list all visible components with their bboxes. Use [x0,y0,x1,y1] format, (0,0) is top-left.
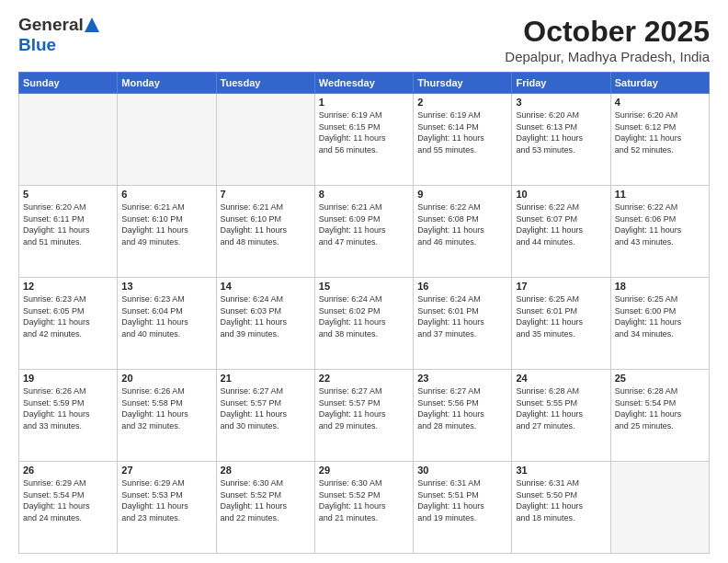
day-info: Sunrise: 6:25 AM Sunset: 6:00 PM Dayligh… [615,293,705,339]
calendar-table: Sunday Monday Tuesday Wednesday Thursday… [18,72,710,554]
calendar-cell: 27Sunrise: 6:29 AM Sunset: 5:53 PM Dayli… [118,462,216,554]
day-number: 25 [615,373,705,384]
day-info: Sunrise: 6:24 AM Sunset: 6:03 PM Dayligh… [221,293,311,339]
day-info: Sunrise: 6:22 AM Sunset: 6:07 PM Dayligh… [516,201,606,247]
col-friday: Friday [512,73,610,94]
calendar-cell: 28Sunrise: 6:30 AM Sunset: 5:52 PM Dayli… [216,462,314,554]
day-info: Sunrise: 6:31 AM Sunset: 5:50 PM Dayligh… [516,477,606,523]
calendar-cell: 12Sunrise: 6:23 AM Sunset: 6:05 PM Dayli… [19,278,118,370]
col-monday: Monday [118,73,216,94]
day-number: 10 [516,189,606,200]
calendar-cell: 16Sunrise: 6:24 AM Sunset: 6:01 PM Dayli… [414,278,512,370]
calendar-cell: 23Sunrise: 6:27 AM Sunset: 5:56 PM Dayli… [414,370,512,462]
day-number: 19 [23,373,113,384]
logo: General Blue [18,15,99,55]
day-number: 7 [221,189,311,200]
day-number: 8 [319,189,409,200]
calendar-cell: 26Sunrise: 6:29 AM Sunset: 5:54 PM Dayli… [19,462,118,554]
calendar-cell [19,94,118,186]
day-number: 20 [121,373,211,384]
day-info: Sunrise: 6:29 AM Sunset: 5:54 PM Dayligh… [23,477,113,523]
page-subtitle: Depalpur, Madhya Pradesh, India [505,49,710,64]
calendar-cell: 5Sunrise: 6:20 AM Sunset: 6:11 PM Daylig… [19,186,118,278]
col-saturday: Saturday [610,73,709,94]
day-info: Sunrise: 6:22 AM Sunset: 6:08 PM Dayligh… [417,201,507,247]
logo-general-text: General [18,15,84,35]
calendar-cell: 24Sunrise: 6:28 AM Sunset: 5:55 PM Dayli… [512,370,610,462]
col-sunday: Sunday [19,73,118,94]
svg-marker-0 [85,17,99,32]
day-number: 23 [417,373,507,384]
day-info: Sunrise: 6:20 AM Sunset: 6:11 PM Dayligh… [23,201,113,247]
day-number: 3 [516,97,606,108]
calendar-cell: 9Sunrise: 6:22 AM Sunset: 6:08 PM Daylig… [414,186,512,278]
day-number: 28 [221,465,311,476]
day-info: Sunrise: 6:19 AM Sunset: 6:14 PM Dayligh… [417,109,507,155]
day-info: Sunrise: 6:21 AM Sunset: 6:10 PM Dayligh… [121,201,211,247]
day-info: Sunrise: 6:21 AM Sunset: 6:10 PM Dayligh… [221,201,311,247]
calendar-week-4: 19Sunrise: 6:26 AM Sunset: 5:59 PM Dayli… [19,370,710,462]
day-number: 16 [417,281,507,292]
day-number: 30 [417,465,507,476]
day-info: Sunrise: 6:24 AM Sunset: 6:02 PM Dayligh… [319,293,409,339]
day-info: Sunrise: 6:27 AM Sunset: 5:57 PM Dayligh… [221,385,311,431]
calendar-cell [118,94,216,186]
calendar-cell: 6Sunrise: 6:21 AM Sunset: 6:10 PM Daylig… [118,186,216,278]
calendar-cell: 8Sunrise: 6:21 AM Sunset: 6:09 PM Daylig… [314,186,413,278]
calendar-cell: 3Sunrise: 6:20 AM Sunset: 6:13 PM Daylig… [512,94,610,186]
calendar-cell: 7Sunrise: 6:21 AM Sunset: 6:10 PM Daylig… [216,186,314,278]
day-number: 9 [417,189,507,200]
day-info: Sunrise: 6:27 AM Sunset: 5:57 PM Dayligh… [319,385,409,431]
calendar-cell: 21Sunrise: 6:27 AM Sunset: 5:57 PM Dayli… [216,370,314,462]
calendar-cell [216,94,314,186]
day-info: Sunrise: 6:28 AM Sunset: 5:54 PM Dayligh… [615,385,705,431]
calendar-cell: 31Sunrise: 6:31 AM Sunset: 5:50 PM Dayli… [512,462,610,554]
day-info: Sunrise: 6:19 AM Sunset: 6:15 PM Dayligh… [319,109,409,155]
day-info: Sunrise: 6:23 AM Sunset: 6:04 PM Dayligh… [121,293,211,339]
calendar-week-2: 5Sunrise: 6:20 AM Sunset: 6:11 PM Daylig… [19,186,710,278]
calendar-cell: 25Sunrise: 6:28 AM Sunset: 5:54 PM Dayli… [610,370,709,462]
calendar-cell: 18Sunrise: 6:25 AM Sunset: 6:00 PM Dayli… [610,278,709,370]
day-info: Sunrise: 6:25 AM Sunset: 6:01 PM Dayligh… [516,293,606,339]
day-info: Sunrise: 6:24 AM Sunset: 6:01 PM Dayligh… [417,293,507,339]
calendar-cell: 19Sunrise: 6:26 AM Sunset: 5:59 PM Dayli… [19,370,118,462]
day-number: 14 [221,281,311,292]
day-number: 22 [319,373,409,384]
calendar-cell: 2Sunrise: 6:19 AM Sunset: 6:14 PM Daylig… [414,94,512,186]
calendar-cell: 4Sunrise: 6:20 AM Sunset: 6:12 PM Daylig… [610,94,709,186]
calendar-cell: 29Sunrise: 6:30 AM Sunset: 5:52 PM Dayli… [314,462,413,554]
day-info: Sunrise: 6:21 AM Sunset: 6:09 PM Dayligh… [319,201,409,247]
day-number: 2 [417,97,507,108]
calendar-cell: 15Sunrise: 6:24 AM Sunset: 6:02 PM Dayli… [314,278,413,370]
header: General Blue October 2025 Depalpur, Madh… [18,15,710,64]
calendar-cell: 11Sunrise: 6:22 AM Sunset: 6:06 PM Dayli… [610,186,709,278]
calendar-cell [610,462,709,554]
title-block: October 2025 Depalpur, Madhya Pradesh, I… [505,15,710,64]
col-tuesday: Tuesday [216,73,314,94]
day-number: 12 [23,281,113,292]
page: General Blue October 2025 Depalpur, Madh… [0,0,728,563]
day-info: Sunrise: 6:30 AM Sunset: 5:52 PM Dayligh… [319,477,409,523]
calendar-cell: 14Sunrise: 6:24 AM Sunset: 6:03 PM Dayli… [216,278,314,370]
day-number: 4 [615,97,705,108]
page-title: October 2025 [505,15,710,49]
day-number: 5 [23,189,113,200]
col-wednesday: Wednesday [314,73,413,94]
day-number: 15 [319,281,409,292]
day-number: 6 [121,189,211,200]
day-info: Sunrise: 6:31 AM Sunset: 5:51 PM Dayligh… [417,477,507,523]
day-number: 11 [615,189,705,200]
calendar-cell: 10Sunrise: 6:22 AM Sunset: 6:07 PM Dayli… [512,186,610,278]
day-info: Sunrise: 6:20 AM Sunset: 6:13 PM Dayligh… [516,109,606,155]
day-info: Sunrise: 6:29 AM Sunset: 5:53 PM Dayligh… [121,477,211,523]
calendar-cell: 22Sunrise: 6:27 AM Sunset: 5:57 PM Dayli… [314,370,413,462]
day-info: Sunrise: 6:30 AM Sunset: 5:52 PM Dayligh… [221,477,311,523]
day-number: 21 [221,373,311,384]
calendar-header-row: Sunday Monday Tuesday Wednesday Thursday… [19,73,710,94]
logo-icon [85,17,99,32]
logo-blue-text: Blue [18,35,56,54]
day-number: 17 [516,281,606,292]
day-info: Sunrise: 6:26 AM Sunset: 5:58 PM Dayligh… [121,385,211,431]
day-number: 1 [319,97,409,108]
day-info: Sunrise: 6:23 AM Sunset: 6:05 PM Dayligh… [23,293,113,339]
